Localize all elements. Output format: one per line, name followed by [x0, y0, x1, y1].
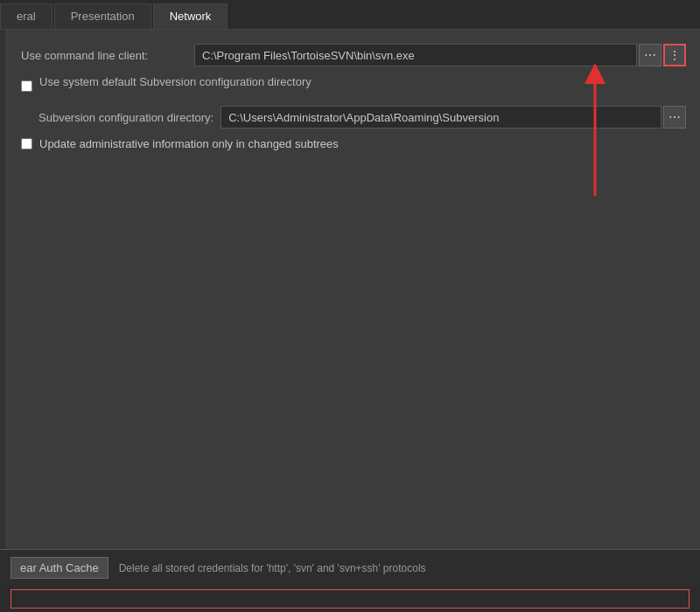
subversion-dir-row: Subversion configuration directory: ⋯ [21, 106, 686, 129]
subversion-dir-input-group: ⋯ [220, 106, 686, 129]
cmd-line-input-group: ⋯ ⋮ [194, 44, 686, 66]
subversion-dir-browse-button[interactable]: ⋯ [663, 106, 686, 129]
subversion-dir-input[interactable] [220, 106, 662, 129]
subversion-dir-label: Subversion configuration directory: [38, 111, 214, 124]
tab-bar: eral Presentation Network [0, 0, 700, 30]
clear-auth-cache-button[interactable]: ear Auth Cache [10, 557, 108, 579]
use-system-default-label: Use system default Subversion configurat… [39, 75, 312, 88]
tab-network[interactable]: Network [153, 3, 228, 29]
content-area: Use command line client: ⋯ ⋮ Use system … [0, 30, 700, 549]
bottom-section: ear Auth Cache Delete all stored credent… [0, 549, 700, 612]
cmd-browse-button[interactable]: ⋯ [639, 44, 662, 66]
use-system-default-checkbox[interactable] [21, 80, 32, 92]
cmd-line-row: Use command line client: ⋯ ⋮ [21, 44, 686, 66]
bottom-input-bar[interactable] [10, 589, 690, 609]
tab-content: Use command line client: ⋯ ⋮ Use system … [7, 30, 700, 173]
update-info-checkbox[interactable] [21, 138, 32, 150]
tab-presentation[interactable]: Presentation [54, 3, 151, 29]
bottom-bar: ear Auth Cache Delete all stored credent… [0, 549, 700, 586]
cmd-line-label: Use command line client: [21, 49, 187, 62]
tab-general[interactable]: eral [0, 3, 52, 29]
clear-cache-description: Delete all stored credentials for 'http'… [119, 562, 426, 574]
cmd-line-input[interactable] [194, 44, 637, 66]
update-info-label: Update administrative information only i… [39, 137, 339, 150]
use-system-default-row: Use system default Subversion configurat… [21, 75, 686, 97]
left-divider [0, 30, 7, 549]
main-area: eral Presentation Network Use command li… [0, 0, 700, 612]
cmd-options-button[interactable]: ⋮ [663, 44, 686, 66]
update-info-row: Update administrative information only i… [21, 137, 686, 150]
